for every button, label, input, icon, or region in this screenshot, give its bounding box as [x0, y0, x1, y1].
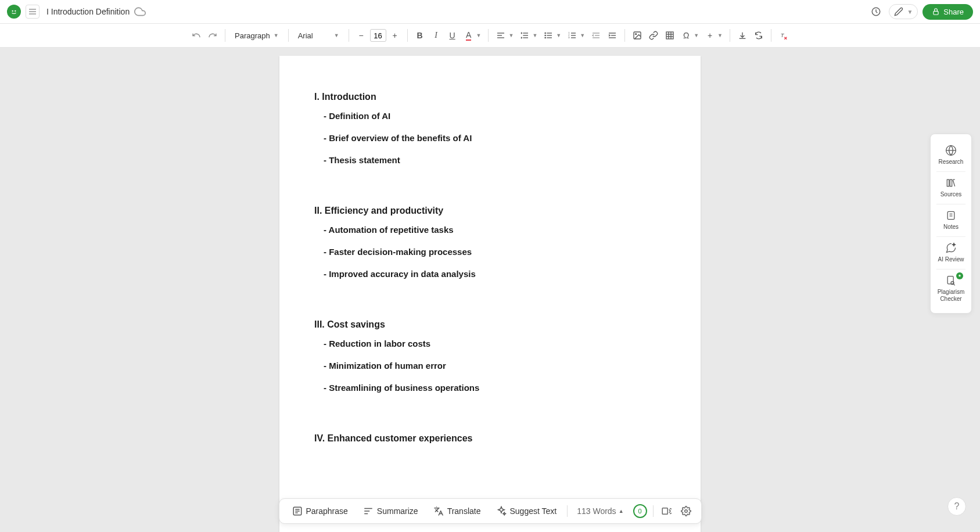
svg-rect-52	[947, 276, 953, 284]
doc-bullet[interactable]: - Faster decision-making processes	[324, 245, 666, 259]
doc-bullet[interactable]: - Thesis statement	[324, 153, 666, 167]
sidebar-label: Sources	[940, 191, 962, 198]
italic-button[interactable]: I	[429, 28, 444, 43]
header-bar: I Introduction Definition ▼ Share	[0, 0, 980, 24]
doc-bullet[interactable]: - Minimization of human error	[324, 359, 666, 373]
cloud-sync-icon	[134, 6, 146, 17]
insert-more-button[interactable]: +	[702, 28, 717, 43]
svg-text:T: T	[781, 33, 785, 38]
sidebar-label: AI Review	[938, 256, 964, 263]
chevron-down-icon: ▼	[274, 33, 279, 38]
paraphrase-icon	[292, 506, 302, 516]
read-aloud-button[interactable]	[659, 504, 673, 518]
outdent-button[interactable]	[588, 28, 604, 43]
redo-button[interactable]	[205, 28, 220, 43]
chevron-down-icon[interactable]: ▼	[717, 33, 725, 38]
doc-bullet[interactable]: - Reduction in labor costs	[324, 337, 666, 351]
chevron-down-icon[interactable]: ▼	[556, 33, 563, 38]
help-button[interactable]: ?	[947, 497, 966, 516]
sidebar-item-ai-review[interactable]: AI Review	[931, 236, 971, 269]
section-heading[interactable]: II. Efficiency and productivity	[314, 206, 666, 216]
section-heading[interactable]: I. Introduction	[314, 92, 666, 102]
doc-bullet[interactable]: - Definition of AI	[324, 109, 666, 123]
insert-image-button[interactable]	[630, 28, 645, 43]
sidebar-label: Plagiarism Checker	[933, 289, 969, 303]
svg-rect-33	[666, 32, 673, 39]
indent-button[interactable]	[605, 28, 620, 43]
translate-icon	[433, 506, 444, 516]
insert-symbol-button[interactable]: Ω	[679, 28, 694, 43]
svg-point-16	[545, 33, 545, 33]
word-count-display[interactable]: 113 Words ▲	[573, 506, 627, 516]
help-label: ?	[954, 501, 960, 512]
svg-rect-62	[662, 508, 667, 515]
app-logo-icon[interactable]	[7, 5, 21, 19]
font-select-label: Arial	[298, 31, 313, 40]
underline-button[interactable]: U	[445, 28, 460, 43]
chevron-down-icon[interactable]: ▼	[580, 33, 587, 38]
svg-text:3: 3	[569, 36, 570, 39]
share-button[interactable]: Share	[922, 4, 973, 20]
align-button[interactable]	[493, 28, 508, 43]
note-icon	[945, 210, 957, 221]
decrease-font-button[interactable]: −	[354, 28, 369, 43]
insert-table-button[interactable]	[662, 28, 677, 43]
document-canvas: I. Introduction - Definition of AI - Bri…	[0, 48, 980, 532]
chevron-down-icon[interactable]: ▼	[694, 33, 701, 38]
doc-bullet[interactable]: - Streamlining of business operations	[324, 381, 666, 395]
paragraph-style-select[interactable]: Paragraph ▼	[230, 30, 283, 41]
sidebar-item-sources[interactable]: Sources	[931, 171, 971, 204]
clear-formatting-button[interactable]: T	[776, 28, 791, 43]
bullet-list-button[interactable]	[541, 28, 556, 43]
paraphrase-button[interactable]: Paraphrase	[287, 504, 352, 519]
text-color-button[interactable]: A	[461, 28, 476, 43]
summarize-button[interactable]: Summarize	[358, 504, 423, 519]
document-title[interactable]: I Introduction Definition	[46, 7, 130, 16]
svg-point-0	[12, 10, 13, 12]
word-count-text: 113 Words	[577, 506, 616, 516]
right-sidebar: Research Sources Notes AI Review Plagiar…	[930, 134, 972, 314]
font-size-input[interactable]	[370, 29, 386, 42]
svg-point-63	[684, 510, 687, 513]
chat-sparkle-icon	[945, 242, 957, 254]
section-heading[interactable]: IV. Enhanced customer experiences	[314, 433, 666, 444]
numbered-list-button[interactable]: 123	[565, 28, 580, 43]
suggest-icon	[496, 506, 506, 516]
format-toolbar: Paragraph ▼ Arial ▼ − + B I U A ▼ ▼ ▼ ▼ …	[0, 24, 980, 48]
svg-rect-6	[934, 11, 938, 15]
font-family-select[interactable]: Arial ▼	[293, 30, 344, 41]
increase-font-button[interactable]: +	[387, 28, 403, 43]
bold-button[interactable]: B	[412, 28, 428, 43]
chevron-down-icon[interactable]: ▼	[532, 33, 540, 38]
translate-button[interactable]: Translate	[429, 504, 486, 519]
issue-count-value: 0	[638, 508, 641, 515]
line-spacing-button[interactable]	[517, 28, 532, 43]
share-label: Share	[943, 8, 964, 16]
suggest-text-button[interactable]: Suggest Text	[491, 504, 561, 519]
chevron-down-icon[interactable]: ▼	[476, 33, 484, 38]
doc-bullet[interactable]: - Automation of repetitive tasks	[324, 223, 666, 237]
insert-link-button[interactable]	[646, 28, 661, 43]
issue-count-badge[interactable]: 0	[633, 504, 647, 518]
document-page[interactable]: I. Introduction - Definition of AI - Bri…	[279, 56, 701, 532]
chevron-down-icon: ▼	[907, 9, 913, 15]
find-replace-button[interactable]	[751, 28, 766, 43]
sidebar-item-research[interactable]: Research	[931, 139, 971, 171]
undo-button[interactable]	[189, 28, 204, 43]
pencil-icon	[894, 7, 903, 16]
chevron-down-icon[interactable]: ▼	[508, 33, 516, 38]
edit-mode-dropdown[interactable]: ▼	[889, 4, 918, 19]
bottom-action-bar: Paraphrase Summarize Translate Suggest T…	[278, 498, 701, 524]
hamburger-menu-button[interactable]	[26, 5, 40, 19]
suggest-label: Suggest Text	[509, 506, 557, 516]
sidebar-label: Notes	[943, 224, 959, 231]
doc-bullet[interactable]: - Brief overview of the benefits of AI	[324, 131, 666, 145]
sidebar-item-plagiarism[interactable]: Plagiarism Checker	[931, 269, 971, 308]
settings-button[interactable]	[679, 504, 693, 518]
sidebar-item-notes[interactable]: Notes	[931, 204, 971, 236]
doc-bullet[interactable]: - Improved accuracy in data analysis	[324, 267, 666, 281]
svg-point-32	[636, 34, 637, 35]
download-button[interactable]	[735, 28, 750, 43]
history-button[interactable]	[868, 3, 884, 20]
section-heading[interactable]: III. Cost savings	[314, 319, 666, 330]
